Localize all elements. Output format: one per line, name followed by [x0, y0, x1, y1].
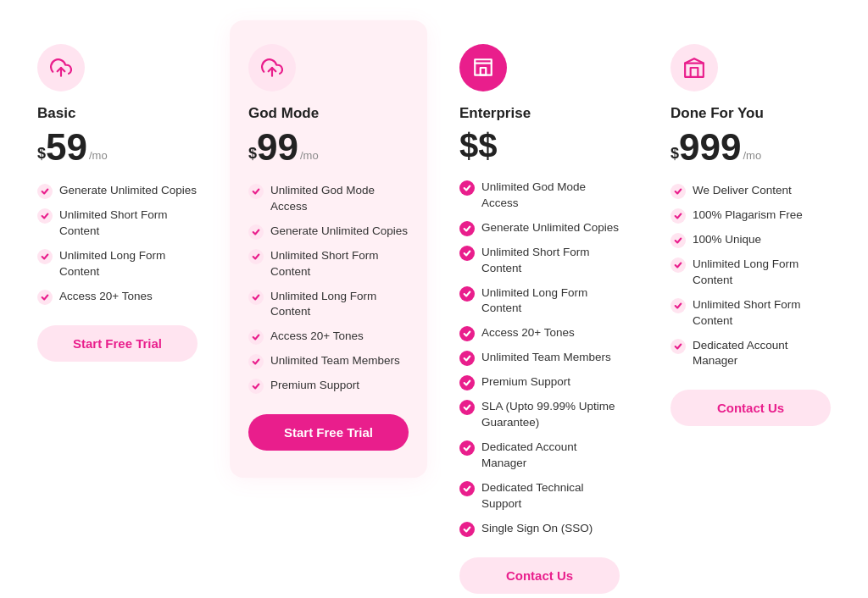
feature-item: Premium Support — [459, 374, 620, 390]
feature-item: Single Sign On (SSO) — [459, 521, 620, 537]
plan-card-done-for-you: Done For You $ 999 /mo We Deliver Conten… — [652, 20, 849, 453]
plan-price-per-god-mode: /mo — [300, 150, 319, 161]
plan-features-enterprise: Unlimited God Mode Access Generate Unlim… — [459, 180, 620, 537]
feature-item: Unlimited Team Members — [459, 350, 620, 366]
feature-text: Unlimited God Mode Access — [481, 180, 620, 212]
feature-text: Dedicated Account Manager — [693, 338, 831, 370]
feature-text: 100% Plagarism Free — [693, 208, 803, 224]
plan-price-per-basic: /mo — [89, 150, 108, 161]
plan-price-dollar-done-for-you: $ — [670, 146, 679, 161]
feature-text: Premium Support — [481, 374, 570, 390]
plan-cta-enterprise[interactable]: Contact Us — [459, 557, 620, 594]
feature-text: Unlimited Long Form Content — [693, 257, 831, 289]
feature-item: Generate Unlimited Copies — [248, 224, 409, 240]
feature-item: Unlimited Team Members — [248, 353, 409, 369]
feature-item: Unlimited Short Form Content — [37, 208, 198, 240]
check-icon — [248, 290, 264, 305]
feature-text: 100% Unique — [693, 232, 761, 248]
feature-text: SLA (Upto 99.99% Uptime Guarantee) — [481, 399, 620, 431]
feature-item: Premium Support — [248, 378, 409, 394]
plan-price-per-done-for-you: /mo — [743, 150, 761, 161]
feature-text: Access 20+ Tones — [481, 325, 575, 341]
check-icon — [670, 233, 686, 248]
svg-rect-3 — [685, 64, 704, 77]
check-icon — [37, 290, 53, 305]
check-icon — [459, 180, 475, 196]
plan-features-done-for-you: We Deliver Content 100% Plagarism Free 1… — [670, 183, 831, 369]
plan-icon-god-mode — [248, 44, 296, 91]
check-icon — [248, 224, 264, 240]
check-icon — [37, 184, 53, 199]
feature-item: Unlimited Long Form Content — [459, 285, 620, 318]
feature-item: Generate Unlimited Copies — [459, 220, 620, 236]
feature-item: 100% Unique — [670, 232, 831, 248]
feature-item: SLA (Upto 99.99% Uptime Guarantee) — [459, 399, 620, 431]
feature-item: Unlimited Long Form Content — [670, 257, 831, 289]
feature-text: We Deliver Content — [693, 183, 792, 199]
check-icon — [459, 481, 475, 496]
check-icon — [37, 249, 53, 264]
plan-features-god-mode: Unlimited God Mode Access Generate Unlim… — [248, 183, 409, 394]
plan-icon-enterprise — [459, 44, 507, 91]
check-icon — [459, 522, 475, 537]
check-icon — [248, 184, 264, 199]
feature-item: Dedicated Account Manager — [459, 440, 620, 472]
feature-text: Unlimited Long Form Content — [270, 289, 409, 321]
plan-price-done-for-you: $ 999 /mo — [670, 129, 831, 166]
plan-price-dollar-god-mode: $ — [248, 146, 257, 161]
plan-name-god-mode: God Mode — [248, 105, 409, 122]
feature-text: Single Sign On (SSO) — [481, 521, 593, 537]
check-icon — [670, 184, 686, 199]
check-icon — [670, 298, 686, 313]
feature-text: Generate Unlimited Copies — [270, 224, 408, 240]
check-icon — [459, 221, 475, 236]
check-icon — [459, 286, 475, 302]
plan-price-amount-god-mode: 99 — [257, 129, 298, 166]
feature-text: Premium Support — [270, 378, 359, 394]
feature-item: Generate Unlimited Copies — [37, 183, 198, 199]
plan-price-god-mode: $ 99 /mo — [248, 129, 409, 166]
check-icon — [670, 208, 686, 224]
feature-text: Access 20+ Tones — [270, 329, 364, 345]
check-icon — [459, 375, 475, 390]
plan-card-god-mode: God Mode $ 99 /mo Unlimited God Mode Acc… — [230, 20, 427, 478]
feature-text: Dedicated Account Manager — [481, 440, 620, 472]
plan-price-dollar-basic: $ — [37, 146, 46, 161]
plan-icon-done-for-you — [670, 44, 718, 91]
check-icon — [248, 249, 264, 264]
feature-text: Generate Unlimited Copies — [481, 220, 619, 236]
feature-item: Unlimited Short Form Content — [459, 245, 620, 277]
feature-item: Access 20+ Tones — [459, 325, 620, 341]
plan-name-enterprise: Enterprise — [459, 105, 620, 122]
plan-icon-basic — [37, 44, 85, 91]
feature-text: Generate Unlimited Copies — [59, 183, 197, 199]
plan-price-basic: $ 59 /mo — [37, 129, 198, 166]
plan-cta-done-for-you[interactable]: Contact Us — [670, 390, 831, 426]
plan-cta-god-mode[interactable]: Start Free Trial — [248, 414, 409, 451]
feature-item: Unlimited God Mode Access — [248, 183, 409, 215]
pricing-grid: Basic $ 59 /mo Generate Unlimited Copies… — [19, 20, 849, 598]
plan-price-enterprise: $$ — [459, 129, 620, 163]
plan-name-basic: Basic — [37, 105, 198, 122]
feature-text: Unlimited Short Form Content — [481, 245, 620, 277]
feature-text: Unlimited Team Members — [481, 350, 611, 366]
check-icon — [248, 329, 264, 345]
feature-item: Unlimited Long Form Content — [37, 248, 198, 280]
feature-item: Unlimited Short Form Content — [670, 297, 831, 329]
plan-features-basic: Generate Unlimited Copies Unlimited Shor… — [37, 183, 198, 305]
plan-price-amount-basic: 59 — [46, 129, 87, 166]
feature-text: Unlimited God Mode Access — [270, 183, 409, 215]
plan-name-done-for-you: Done For You — [670, 105, 831, 122]
feature-text: Unlimited Short Form Content — [693, 297, 831, 329]
feature-item: Unlimited Long Form Content — [248, 289, 409, 321]
check-icon — [459, 326, 475, 341]
feature-item: Unlimited Short Form Content — [248, 248, 409, 280]
check-icon — [459, 351, 475, 366]
plan-cta-basic[interactable]: Start Free Trial — [37, 325, 198, 362]
feature-item: Dedicated Technical Support — [459, 480, 620, 512]
check-icon — [459, 400, 475, 415]
check-icon — [248, 379, 264, 394]
plan-card-basic: Basic $ 59 /mo Generate Unlimited Copies… — [19, 20, 216, 389]
plan-card-enterprise: Enterprise$$ Unlimited God Mode Access G… — [441, 20, 638, 598]
check-icon — [37, 208, 53, 224]
